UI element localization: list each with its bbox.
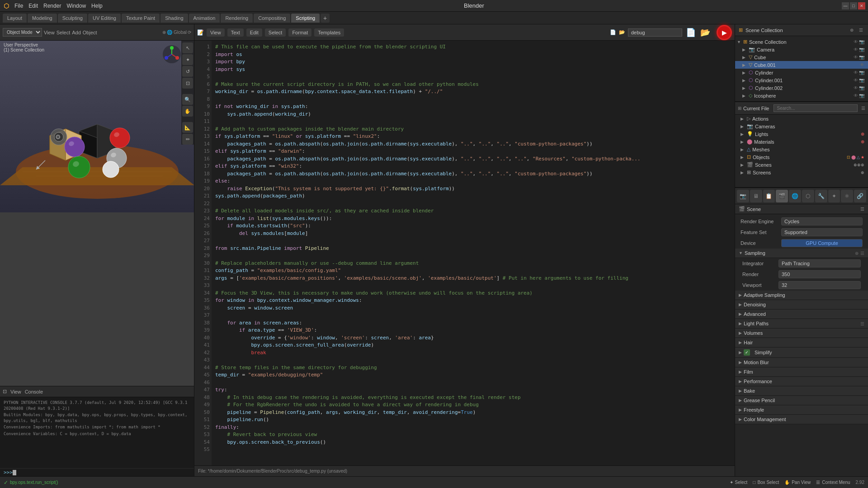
add-workspace-tab[interactable]: +	[321, 14, 330, 23]
cyl001-eye[interactable]: 👁	[854, 78, 858, 83]
tree-item-cylinder[interactable]: ▶ ⬡ Cylinder 👁📷	[735, 69, 868, 76]
tree-screens[interactable]: ▶ ⊞ Screens ⊕	[735, 169, 868, 176]
tree-item-camera[interactable]: ▶ 📷 Camera 👁 📷	[735, 46, 868, 53]
bake-header[interactable]: ▶ Bake	[735, 386, 868, 396]
tool-cursor[interactable]: ↖	[182, 42, 193, 53]
tree-item-cylinder002[interactable]: ▶ ⬡ Cylinder.002 👁📷	[735, 84, 868, 92]
volumes-header[interactable]: ▶ Volumes	[735, 328, 868, 338]
viewport-samples-value[interactable]: 32	[778, 281, 861, 289]
cyl-eye[interactable]: 👁	[854, 70, 858, 75]
motion-blur-header[interactable]: ▶ Motion Blur	[735, 358, 868, 367]
props-view-layer-btn[interactable]: 📋	[763, 190, 775, 202]
tree-meshes[interactable]: ▶ △ Meshes	[735, 145, 868, 153]
cube-render[interactable]: 📷	[859, 55, 864, 60]
props-physics-btn[interactable]: ⚛	[841, 190, 853, 202]
outliner-search-input[interactable]	[774, 104, 858, 112]
cyl-render[interactable]: 📷	[859, 70, 864, 75]
menu-edit[interactable]: Edit	[28, 3, 38, 9]
render-samples-value[interactable]: 350	[778, 270, 861, 278]
sampling-section-header[interactable]: ▼ Sampling ⊕ ☰	[735, 249, 868, 258]
tab-scripting[interactable]: Scripting	[291, 14, 320, 23]
camera-render[interactable]: 📷	[859, 47, 864, 52]
mode-select[interactable]: Object Mode	[3, 28, 42, 37]
tool-scale[interactable]: ⊡	[182, 78, 193, 89]
editor-templates-btn[interactable]: Templates	[314, 28, 344, 37]
tab-compositing[interactable]: Compositing	[254, 14, 290, 23]
tab-modeling[interactable]: Modeling	[28, 14, 57, 23]
light-paths-header[interactable]: ▶ Light Paths ☰	[735, 319, 868, 328]
tree-lights[interactable]: ▶ 💡 Lights ⊕	[735, 130, 868, 138]
console-view-btn[interactable]: View	[10, 389, 21, 394]
tool-annotate[interactable]: ✏	[182, 134, 193, 145]
tool-rotate[interactable]: ↺	[182, 66, 193, 77]
file-name-input[interactable]	[628, 28, 682, 37]
tool-move[interactable]: ✦	[182, 54, 193, 65]
editor-format-btn[interactable]: Format	[288, 28, 311, 37]
tab-shading[interactable]: Shading	[160, 14, 188, 23]
code-area[interactable]: 12345 678910 1112131415 1617181920 21222…	[194, 41, 735, 465]
vis-render-icon[interactable]: 📷	[859, 39, 864, 44]
sampling-action-1[interactable]: ⊕	[855, 251, 859, 256]
simplify-checkbox[interactable]: ✓	[744, 349, 750, 356]
cyl002-render[interactable]: 📷	[859, 85, 864, 90]
tree-cameras[interactable]: ▶ 📷 Cameras	[735, 122, 868, 130]
integrator-value[interactable]: Path Tracing	[778, 259, 861, 267]
open-file-btn[interactable]: 📂	[700, 28, 710, 38]
props-constraints-btn[interactable]: 🔗	[854, 190, 866, 202]
tool-measure[interactable]: 📐	[182, 122, 193, 133]
film-header[interactable]: ▶ Film	[735, 367, 868, 377]
tree-item-icosphere[interactable]: ▶ ◇ Icosphere 👁📷	[735, 92, 868, 99]
color-mgmt-header[interactable]: ▶ Color Management	[735, 415, 868, 424]
menu-window[interactable]: Window	[66, 3, 86, 9]
simplify-header[interactable]: ▶ ✓ Simplify	[735, 347, 868, 358]
tree-item-cylinder001[interactable]: ▶ ⬡ Cylinder.001 👁📷	[735, 76, 868, 84]
cyl001-render[interactable]: 📷	[859, 78, 864, 83]
select-btn[interactable]: Select	[57, 30, 71, 35]
freestyle-header[interactable]: ▶ Freestyle	[735, 405, 868, 415]
tab-texture-paint[interactable]: Texture Paint	[122, 14, 160, 23]
tree-objects[interactable]: ▶ ⊡ Objects ⊡ ⬤ △ ★	[735, 153, 868, 161]
editor-select-btn[interactable]: Select	[265, 28, 286, 37]
adaptive-sampling-header[interactable]: ▶ Adaptive Sampling	[735, 291, 868, 300]
device-value[interactable]: GPU Compute	[781, 239, 863, 247]
view-btn[interactable]: View	[44, 30, 55, 35]
lp-action[interactable]: ☰	[860, 321, 864, 326]
tree-actions[interactable]: ▶ ▷ Actions	[735, 115, 868, 122]
scene-filter-icon[interactable]: ☰	[857, 27, 864, 34]
tree-root-collection[interactable]: ▼ ⊞ Scene Collection 👁 📷	[735, 38, 868, 46]
editor-edit-btn[interactable]: Edit	[246, 28, 262, 37]
lights-extra-icon[interactable]: ⊕	[861, 131, 864, 136]
maximize-btn[interactable]: □	[850, 2, 857, 9]
performance-header[interactable]: ▶ Performance	[735, 377, 868, 386]
props-world-btn[interactable]: 🌐	[789, 190, 801, 202]
render-engine-value[interactable]: Cycles	[781, 217, 863, 225]
props-particles-btn[interactable]: ✦	[828, 190, 840, 202]
menu-render[interactable]: Render	[43, 3, 61, 9]
props-modifier-btn[interactable]: 🔧	[815, 190, 827, 202]
vis-eye-icon[interactable]: 👁	[854, 39, 858, 44]
tab-animation[interactable]: Animation	[189, 14, 220, 23]
console-input[interactable]: >>>	[0, 468, 194, 476]
viewport-3d[interactable]: ⚙	[0, 41, 194, 386]
code-content[interactable]: # This file can be used to execute the p…	[212, 41, 735, 465]
tab-rendering[interactable]: Rendering	[221, 14, 253, 23]
cyl002-eye[interactable]: 👁	[854, 85, 858, 90]
tab-sculpting[interactable]: Sculpting	[58, 14, 87, 23]
close-btn[interactable]: ✕	[858, 2, 865, 9]
props-scene-menu[interactable]: ☰	[860, 206, 864, 211]
menu-help[interactable]: Help	[91, 3, 103, 9]
cube-eye[interactable]: 👁	[854, 55, 858, 60]
sampling-action-2[interactable]: ☰	[860, 251, 864, 256]
tree-item-cube001[interactable]: ▶ ▽ Cube.001 👁	[735, 61, 868, 69]
tab-layout[interactable]: Layout	[3, 14, 27, 23]
tab-uv-editing[interactable]: UV Editing	[88, 14, 121, 23]
tree-scenes[interactable]: ▶ 🎬 Scenes ⊕⊕⊕	[735, 161, 868, 169]
outliner-filter-icon[interactable]: ☰	[861, 106, 865, 111]
minimize-btn[interactable]: —	[842, 2, 849, 9]
run-script-button[interactable]: ▶	[717, 25, 732, 40]
object-btn[interactable]: Object	[83, 30, 97, 35]
add-btn[interactable]: Add	[72, 30, 81, 35]
props-output-btn[interactable]: 🖥	[750, 190, 762, 202]
tree-materials[interactable]: ▶ ⬤ Materials ⊕	[735, 138, 868, 145]
advanced-header[interactable]: ▶ Advanced	[735, 310, 868, 319]
